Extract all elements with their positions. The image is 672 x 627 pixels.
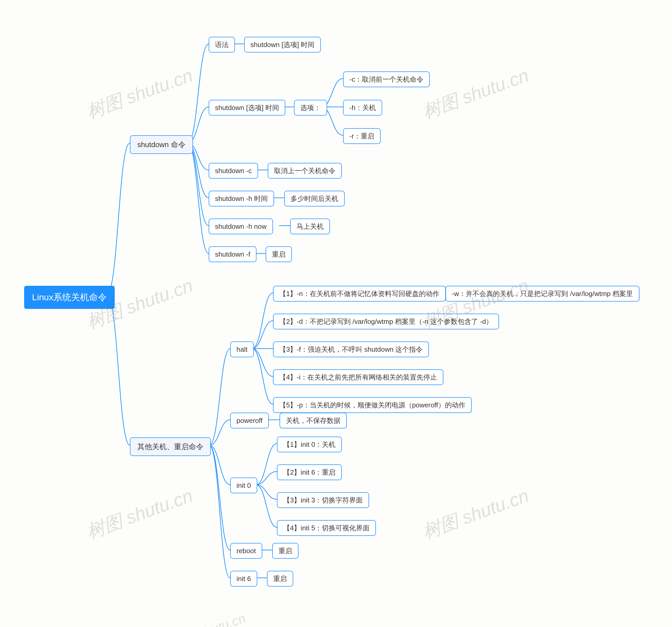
node-reboot[interactable]: reboot [230, 543, 262, 559]
node-sd-c-val[interactable]: 取消上一个关机命令 [268, 163, 342, 179]
node-others[interactable]: 其他关机、重启命令 [130, 437, 211, 456]
node-halt-d[interactable]: 【2】-d：不把记录写到 /var/log/wtmp 档案里（-n 这个参数包含… [273, 314, 499, 329]
node-init0-1[interactable]: 【1】init 0：关机 [277, 437, 342, 452]
node-reboot-val[interactable]: 重启 [272, 543, 298, 559]
node-poweroff[interactable]: poweroff [230, 413, 269, 428]
node-halt[interactable]: halt [230, 342, 254, 357]
node-init0-4[interactable]: 【4】inti 5：切换可视化界面 [277, 520, 376, 536]
node-sd-h-time-val[interactable]: 多少时间后关机 [284, 191, 345, 206]
node-sd-c[interactable]: shutdown -c [209, 163, 258, 179]
node-sd-opt-h[interactable]: -h：关机 [343, 100, 382, 116]
watermark: 树图 shutu.cn [167, 609, 248, 627]
node-init6-val[interactable]: 重启 [267, 571, 293, 586]
watermark: 树图 shutu.cn [419, 483, 532, 544]
node-shutdown[interactable]: shutdown 命令 [130, 135, 193, 154]
watermark: 树图 shutu.cn [83, 483, 196, 544]
node-poweroff-val[interactable]: 关机，不保存数据 [280, 413, 347, 428]
node-sd-opts-label[interactable]: 选项： [294, 100, 327, 116]
node-sd-f[interactable]: shutdown -f [209, 247, 257, 262]
node-init0[interactable]: init 0 [230, 478, 257, 493]
node-halt-f[interactable]: 【3】-f：强迫关机，不呼叫 shutdown 这个指令 [273, 342, 429, 357]
node-halt-w[interactable]: -w：并不会真的关机，只是把记录写到 /var/log/wtmp 档案里 [446, 286, 640, 302]
node-sd-h-now-val[interactable]: 马上关机 [290, 218, 330, 234]
node-sd-opt-c[interactable]: -c：取消前一个关机命令 [343, 71, 430, 87]
node-sd-syntax-val[interactable]: shutdown [选项] 时间 [244, 37, 321, 52]
node-sd-h-time[interactable]: shutdown -h 时间 [209, 191, 274, 206]
node-halt-n[interactable]: 【1】-n：在关机前不做将记忆体资料写回硬盘的动作 [273, 286, 446, 302]
node-sd-syntax[interactable]: 语法 [209, 37, 235, 52]
watermark: 树图 shutu.cn [83, 63, 196, 124]
node-sd-f-val[interactable]: 重启 [266, 247, 292, 262]
node-halt-p[interactable]: 【5】-p：当关机的时候，顺便做关闭电源（poweroff）的动作 [273, 397, 472, 413]
node-init0-2[interactable]: 【2】init 6：重启 [277, 464, 342, 480]
node-sd-h-now[interactable]: shutdown -h now [209, 218, 273, 234]
node-sd-opts-cmd[interactable]: shutdown [选项] 时间 [209, 100, 285, 116]
node-init0-3[interactable]: 【3】init 3：切换字符界面 [277, 492, 369, 508]
node-init6[interactable]: init 6 [230, 571, 257, 586]
root-node[interactable]: Linux系统关机命令 [24, 286, 115, 309]
node-halt-i[interactable]: 【4】-i：在关机之前先把所有网络相关的装置先停止 [273, 369, 443, 385]
watermark: 树图 shutu.cn [419, 63, 532, 124]
node-sd-opt-r[interactable]: -r：重启 [343, 128, 381, 144]
